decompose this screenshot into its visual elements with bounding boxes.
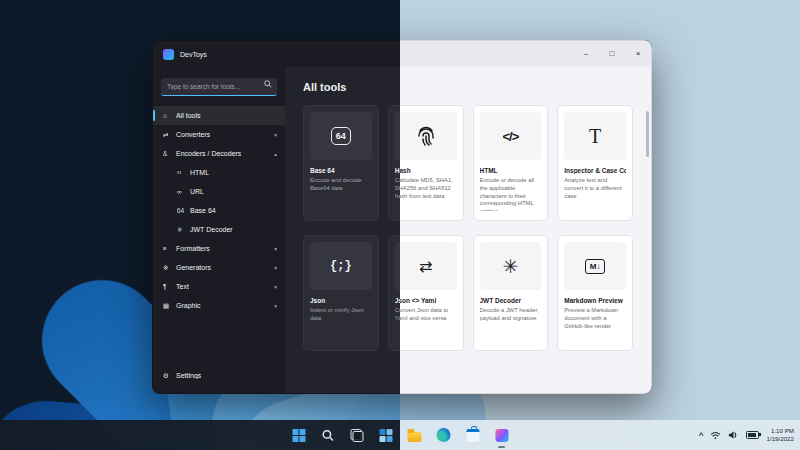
sidebar-item-label: Settings (176, 372, 201, 379)
base64-icon: 64 (310, 112, 372, 160)
search-icon (264, 80, 272, 88)
sidebar-item-all-tools[interactable]: ⌂ All tools (153, 106, 285, 125)
start-icon[interactable] (288, 424, 310, 446)
convert-icon: ⇄ (163, 131, 176, 139)
taskbar: ^ 1:10 PM 1/19/2022 (0, 420, 800, 450)
scrollbar[interactable] (646, 111, 649, 157)
sidebar-item-label: Converters (176, 131, 210, 138)
hidden-icons-chevron-icon[interactable]: ^ (699, 432, 704, 440)
search-icon[interactable] (317, 424, 339, 446)
tool-card-title: HTML (480, 167, 542, 174)
tool-card-title: Inspector & Case Converter (564, 167, 626, 174)
sidebar-item-jwt-decoder[interactable]: ✳ JWT Decoder (153, 220, 285, 239)
tool-card-title: Markdown Preview (564, 297, 626, 304)
sidebar-item-formatters[interactable]: ≡ Formatters ▾ (153, 239, 285, 258)
markdown-icon: M↓ (564, 242, 626, 290)
tool-card-description: Convert Json data to Yaml and vice versa (395, 307, 457, 323)
widgets-icon[interactable] (375, 424, 397, 446)
sidebar-item-html[interactable]: ‹› HTML (153, 163, 285, 182)
chevron-down-icon: ▾ (274, 132, 277, 138)
maximize-button[interactable]: □ (599, 41, 625, 67)
braces-icon: {;} (310, 242, 372, 290)
sidebar-item-label: Base 64 (190, 207, 216, 214)
sidebar-item-settings[interactable]: ⚙ Settings (153, 366, 285, 385)
sidebar-item-label: Generators (176, 264, 211, 271)
chevron-down-icon: ▾ (274, 303, 277, 309)
tool-card-json[interactable]: {;} Json Indent or minify Json data (303, 235, 379, 351)
tool-card-inspector-case-converter[interactable]: T Inspector & Case Converter Analyze tex… (557, 105, 633, 221)
tool-card-description: Preview a Markdown document with a GitHu… (564, 307, 626, 330)
swap-icon: ⇄ (395, 242, 457, 290)
tool-card-markdown-preview[interactable]: M↓ Markdown Preview Preview a Markdown d… (557, 235, 633, 351)
edge-icon[interactable] (433, 424, 455, 446)
battery-icon[interactable] (746, 431, 759, 439)
graphic-icon: ▦ (163, 302, 176, 310)
chevron-down-icon: ▾ (274, 246, 277, 252)
encoder-icon: & (163, 150, 176, 157)
sidebar-item-text[interactable]: ¶ Text ▾ (153, 277, 285, 296)
sidebar-item-label: Graphic (176, 302, 201, 309)
burst-icon: ✳ (480, 242, 542, 290)
sidebar-item-label: JWT Decoder (190, 226, 233, 233)
file-explorer-icon[interactable] (404, 424, 426, 446)
sidebar-item-encoders-decoders[interactable]: & Encoders / Decoders ▴ (153, 144, 285, 163)
fingerprint-icon (395, 112, 457, 160)
code-icon: </> (480, 112, 542, 160)
close-button[interactable]: × (625, 41, 651, 67)
sidebar-item-base64[interactable]: 64 Base 64 (153, 201, 285, 220)
text-icon: ¶ (163, 283, 176, 290)
wifi-icon[interactable] (710, 431, 721, 440)
gear-icon: ⚙ (163, 372, 176, 380)
devtoys-icon[interactable] (491, 424, 513, 446)
tool-card-description: Encode or decode all the applicable char… (480, 177, 542, 211)
tool-card-title: Hash (395, 167, 457, 174)
sidebar-item-generators[interactable]: ※ Generators ▾ (153, 258, 285, 277)
home-icon: ⌂ (163, 112, 176, 119)
sidebar-item-label: All tools (176, 112, 201, 119)
tool-card-base64[interactable]: 64 Base 64 Encode and decode Base64 data (303, 105, 379, 221)
search-input[interactable] (161, 78, 277, 96)
minimize-button[interactable]: – (573, 41, 599, 67)
app-icon (163, 49, 174, 60)
chevron-up-icon: ▴ (274, 151, 277, 157)
chevron-down-icon: ▾ (274, 265, 277, 271)
store-icon[interactable] (462, 424, 484, 446)
tool-card-title: JWT Decoder (480, 297, 542, 304)
html-icon: ‹› (177, 169, 190, 176)
task-view-icon[interactable] (346, 424, 368, 446)
formatter-icon: ≡ (163, 245, 176, 252)
sidebar-item-label: Formatters (176, 245, 210, 252)
tool-card-description: Indent or minify Json data (310, 307, 372, 323)
tool-card-description: Analyze text and convert it to a differe… (564, 177, 626, 200)
sidebar-item-label: Encoders / Decoders (176, 150, 241, 157)
tool-card-title: Json <> Yaml (395, 297, 457, 304)
tool-card-html[interactable]: </> HTML Encode or decode all the applic… (473, 105, 549, 221)
jwt-icon: ✳ (177, 226, 190, 234)
text-case-icon: T (564, 112, 626, 160)
tray-time: 1:10 PM (766, 427, 794, 435)
generator-icon: ※ (163, 264, 176, 272)
running-app-indicator (498, 446, 505, 448)
sidebar-item-label: Text (176, 283, 189, 290)
sidebar-item-graphic[interactable]: ▦ Graphic ▾ (153, 296, 285, 315)
url-icon: ∞ (177, 188, 190, 195)
sidebar-item-label: HTML (190, 169, 209, 176)
taskbar-clock[interactable]: 1:10 PM 1/19/2022 (766, 427, 794, 444)
volume-icon[interactable] (728, 430, 739, 440)
window-title: DevToys (180, 51, 207, 58)
tool-card-description: Calculate MD5, SHA1, SHA256 and SHA512 h… (395, 177, 457, 200)
tool-card-title: Json (310, 297, 372, 304)
tool-card-description: Decode a JWT header, payload and signatu… (480, 307, 542, 323)
sidebar: ⌂ All tools ⇄ Converters ▾ & Encoders / … (153, 67, 285, 393)
base64-icon: 64 (177, 207, 190, 214)
sidebar-item-converters[interactable]: ⇄ Converters ▾ (153, 125, 285, 144)
sidebar-item-label: URL (190, 188, 204, 195)
sidebar-item-url[interactable]: ∞ URL (153, 182, 285, 201)
tool-card-description: Encode and decode Base64 data (310, 177, 372, 193)
tool-card-jwt-decoder[interactable]: ✳ JWT Decoder Decode a JWT header, paylo… (473, 235, 549, 351)
chevron-down-icon: ▾ (274, 284, 277, 290)
tool-card-title: Base 64 (310, 167, 372, 174)
tray-date: 1/19/2022 (766, 435, 794, 443)
